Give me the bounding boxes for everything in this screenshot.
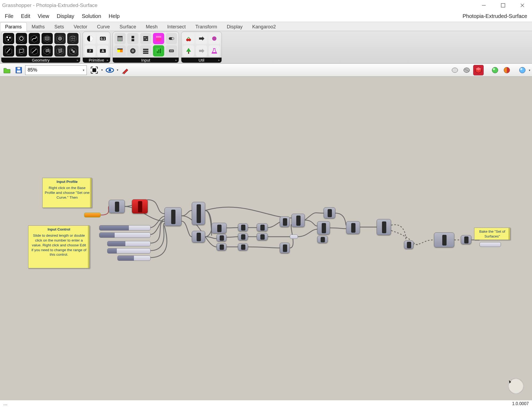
tab-transform[interactable]: Transform bbox=[190, 22, 222, 31]
arrow-right-util-icon[interactable] bbox=[196, 33, 207, 44]
menu-display[interactable]: Display bbox=[54, 12, 79, 21]
tab-curve[interactable]: Curve bbox=[92, 22, 115, 31]
note-scrollbar[interactable] bbox=[508, 228, 510, 240]
note-scrollbar[interactable] bbox=[90, 178, 92, 208]
number-slider[interactable] bbox=[107, 241, 151, 246]
component-node[interactable] bbox=[317, 236, 328, 243]
integer-param-icon[interactable]: 7 bbox=[84, 45, 96, 56]
knob-input-icon[interactable] bbox=[127, 45, 138, 56]
save-file-button[interactable] bbox=[13, 65, 24, 76]
component-node[interactable] bbox=[216, 234, 227, 242]
component-node[interactable] bbox=[164, 207, 182, 226]
menu-edit[interactable]: Edit bbox=[18, 12, 35, 21]
chevron-down-icon[interactable]: ▾ bbox=[101, 68, 103, 72]
zoom-level-input[interactable]: 85% ▾ bbox=[25, 65, 87, 75]
menu-view[interactable]: View bbox=[35, 12, 54, 21]
sketch-toggle-button[interactable] bbox=[120, 65, 131, 76]
component-node[interactable] bbox=[257, 223, 268, 231]
arrow-right2-util-icon[interactable] bbox=[196, 45, 207, 56]
boolean-param-icon[interactable] bbox=[84, 33, 96, 44]
component-node[interactable] bbox=[317, 221, 330, 235]
md-slider-input-icon[interactable] bbox=[140, 33, 151, 44]
component-node[interactable] bbox=[324, 207, 335, 218]
expand-icon[interactable]: ▸ bbox=[77, 58, 78, 62]
component-node[interactable] bbox=[216, 243, 227, 251]
curve-param-icon[interactable] bbox=[29, 33, 40, 44]
colour-swatch-input-icon[interactable] bbox=[153, 33, 164, 44]
box-param-icon[interactable] bbox=[42, 45, 53, 56]
tree-util-icon[interactable] bbox=[183, 45, 194, 56]
component-node[interactable] bbox=[346, 221, 360, 234]
tab-vector[interactable]: Vector bbox=[69, 22, 92, 31]
tab-mesh[interactable]: Mesh bbox=[141, 22, 162, 31]
display-shaded-button[interactable] bbox=[473, 65, 484, 76]
close-button[interactable] bbox=[513, 0, 532, 11]
note-scrollbar[interactable] bbox=[88, 226, 89, 268]
graph-mapper-input-icon[interactable] bbox=[153, 45, 164, 56]
tab-kangaroo2[interactable]: Kangaroo2 bbox=[248, 22, 281, 31]
note-input-profile[interactable]: Input Profile Right click on the Base Pr… bbox=[42, 178, 92, 208]
relay-node[interactable] bbox=[290, 235, 298, 239]
cherry-util-icon[interactable] bbox=[183, 33, 194, 44]
gradient-input-icon[interactable] bbox=[114, 45, 126, 56]
component-node[interactable] bbox=[377, 219, 391, 235]
vector-param-icon[interactable] bbox=[3, 45, 14, 56]
component-node[interactable] bbox=[192, 231, 205, 243]
maximize-button[interactable] bbox=[493, 0, 513, 11]
component-node[interactable] bbox=[291, 214, 305, 227]
dot-util-icon[interactable] bbox=[209, 33, 220, 44]
component-node[interactable] bbox=[238, 233, 248, 240]
number-slider[interactable] bbox=[99, 232, 151, 238]
note-bake[interactable]: Bake the "Set of Surfaces" bbox=[474, 228, 510, 240]
expand-icon[interactable]: ▸ bbox=[107, 58, 108, 62]
preview-green-button[interactable] bbox=[490, 65, 500, 76]
canvas[interactable]: Input Profile Right click on the Base Pr… bbox=[0, 77, 532, 400]
component-node[interactable] bbox=[461, 235, 471, 244]
display-ghost-button[interactable] bbox=[461, 65, 472, 76]
twistedbox-param-icon[interactable] bbox=[54, 45, 66, 56]
button-input-icon[interactable] bbox=[166, 45, 177, 56]
component-node[interactable] bbox=[238, 243, 248, 251]
open-file-button[interactable] bbox=[2, 65, 12, 76]
component-node[interactable] bbox=[280, 243, 290, 253]
component-node[interactable] bbox=[257, 233, 268, 240]
toggle-input-icon[interactable] bbox=[166, 33, 177, 44]
display-wire-button[interactable] bbox=[449, 65, 460, 76]
surface-param-icon[interactable] bbox=[42, 33, 53, 44]
number-slider[interactable] bbox=[117, 255, 151, 261]
tab-maths[interactable]: Maths bbox=[27, 22, 50, 31]
line-param-icon[interactable] bbox=[29, 45, 40, 56]
note-input-control[interactable]: Input Control Slide to desired length or… bbox=[28, 225, 90, 268]
panel-input-icon[interactable] bbox=[114, 33, 126, 44]
chevron-down-icon[interactable]: ▾ bbox=[529, 69, 530, 72]
circle-param-icon[interactable] bbox=[16, 33, 27, 44]
menu-help[interactable]: Help bbox=[106, 12, 125, 21]
mesh-param-icon[interactable] bbox=[67, 33, 78, 44]
point-param-icon[interactable] bbox=[3, 33, 14, 44]
minimize-button[interactable] bbox=[474, 0, 493, 11]
curve-param[interactable] bbox=[84, 213, 101, 217]
component-node-error[interactable] bbox=[132, 199, 148, 214]
text-param-icon[interactable]: A bbox=[97, 45, 108, 56]
tab-sets[interactable]: Sets bbox=[50, 22, 69, 31]
preview-toggle-button[interactable] bbox=[104, 65, 115, 76]
component-node[interactable] bbox=[192, 202, 205, 225]
number-param-icon[interactable]: 0.1 bbox=[97, 33, 108, 44]
valuelist-input-icon[interactable] bbox=[140, 45, 151, 56]
expand-icon[interactable]: ▸ bbox=[175, 58, 177, 62]
component-node[interactable] bbox=[434, 232, 454, 247]
chevron-down-icon[interactable]: ▾ bbox=[117, 68, 118, 72]
plane-param-icon[interactable] bbox=[16, 45, 27, 56]
tab-intersect[interactable]: Intersect bbox=[162, 22, 190, 31]
chevron-down-icon[interactable]: ▾ bbox=[83, 68, 84, 72]
canvas-compass[interactable] bbox=[505, 375, 527, 397]
tab-params[interactable]: Params bbox=[0, 22, 27, 31]
flask-util-icon[interactable] bbox=[209, 45, 220, 56]
component-node[interactable] bbox=[404, 240, 414, 249]
slider-input-icon[interactable] bbox=[127, 33, 138, 44]
output-param[interactable] bbox=[479, 242, 501, 247]
geometry-param-icon[interactable] bbox=[67, 45, 78, 56]
number-slider[interactable] bbox=[107, 248, 151, 254]
tab-display[interactable]: Display bbox=[222, 22, 248, 31]
component-node[interactable] bbox=[280, 216, 290, 227]
